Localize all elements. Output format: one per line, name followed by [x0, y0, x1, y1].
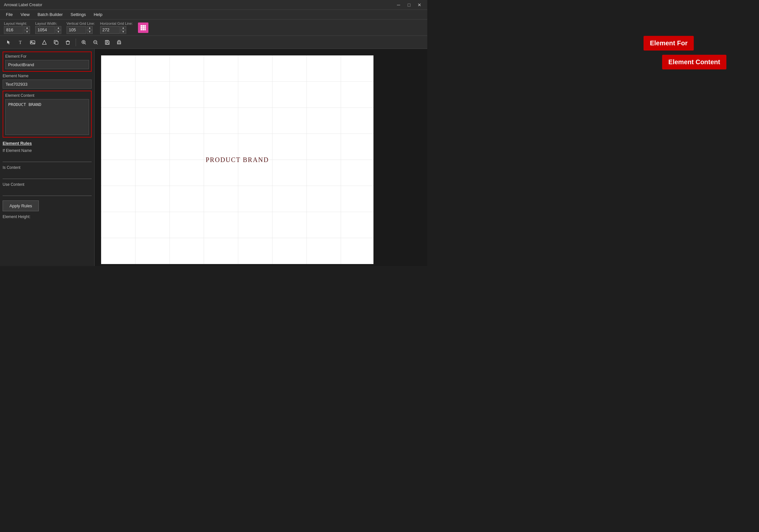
vertical-grid-spinners: ▲ ▼ — [87, 26, 93, 34]
menu-help[interactable]: Help — [90, 11, 106, 18]
layout-height-input-row: ▲ ▼ — [4, 26, 30, 34]
is-content-input[interactable] — [3, 171, 92, 179]
minimize-button[interactable]: ─ — [395, 1, 403, 9]
rules-title: Element Rules — [3, 141, 92, 146]
title-bar: Arrowat Label Creator ─ □ ✕ — [0, 0, 427, 10]
print-button[interactable] — [114, 37, 124, 48]
save-button[interactable] — [102, 37, 112, 48]
use-content-field: Use Content — [3, 182, 92, 196]
image-tool-button[interactable] — [27, 37, 38, 48]
use-content-label: Use Content — [3, 182, 92, 187]
layout-width-spinners: ▲ ▼ — [56, 26, 61, 34]
vertical-grid-down[interactable]: ▼ — [87, 30, 93, 34]
vertical-grid-group: Vertical Grid Line: ▲ ▼ — [66, 21, 95, 34]
layout-height-up[interactable]: ▲ — [24, 26, 30, 30]
canvas-content: PRODUCT BRAND — [101, 56, 374, 264]
svg-rect-8 — [144, 29, 146, 30]
toolbar-separator-1 — [76, 38, 76, 46]
left-panel: Element For Element Name Element Content… — [0, 49, 95, 266]
vertical-grid-input[interactable] — [66, 26, 86, 34]
grid-toggle-button[interactable] — [138, 22, 148, 33]
layout-width-down[interactable]: ▼ — [56, 30, 61, 34]
if-element-name-field: If Element Name — [3, 148, 92, 162]
zoom-in-button[interactable] — [79, 37, 89, 48]
svg-line-19 — [97, 43, 98, 44]
svg-rect-3 — [140, 27, 142, 29]
svg-rect-4 — [142, 27, 144, 29]
vertical-grid-up[interactable]: ▲ — [87, 26, 93, 30]
maximize-button[interactable]: □ — [405, 1, 413, 9]
svg-rect-0 — [140, 25, 142, 27]
svg-rect-12 — [55, 41, 58, 44]
layout-height-spinners: ▲ ▼ — [24, 26, 30, 34]
svg-rect-6 — [140, 29, 142, 30]
if-element-name-input[interactable] — [3, 154, 92, 162]
text-tool-button[interactable]: T — [16, 37, 26, 48]
duplicate-tool-button[interactable] — [51, 37, 61, 48]
menu-settings[interactable]: Settings — [67, 11, 89, 18]
zoom-out-button[interactable] — [90, 37, 101, 48]
element-height-label: Element Height: — [3, 214, 92, 219]
is-content-label: Is Content — [3, 165, 92, 170]
svg-rect-21 — [106, 43, 108, 44]
layout-width-group: Layout Width: ▲ ▼ — [35, 21, 61, 34]
element-for-label: Element For — [5, 54, 89, 59]
svg-line-15 — [85, 43, 86, 44]
close-button[interactable]: ✕ — [416, 1, 423, 9]
rules-section: Element Rules If Element Name Is Content… — [3, 141, 92, 211]
layout-height-down[interactable]: ▼ — [24, 30, 30, 34]
horizontal-grid-input[interactable] — [100, 26, 120, 34]
horizontal-grid-down[interactable]: ▼ — [120, 30, 126, 34]
element-content-textarea[interactable]: PRODUCT BRAND — [5, 99, 89, 135]
window-controls: ─ □ ✕ — [395, 1, 423, 9]
delete-tool-button[interactable] — [62, 37, 73, 48]
layout-width-input[interactable] — [35, 26, 55, 34]
app-title: Arrowat Label Creator — [4, 3, 42, 7]
layout-height-input[interactable] — [4, 26, 23, 34]
product-brand-display: PRODUCT BRAND — [206, 156, 269, 164]
svg-rect-22 — [106, 40, 108, 42]
svg-rect-5 — [144, 27, 146, 29]
vertical-grid-label: Vertical Grid Line: — [66, 21, 95, 25]
layout-height-label: Layout Height: — [4, 21, 30, 25]
element-name-input[interactable] — [3, 80, 92, 89]
svg-rect-7 — [142, 29, 144, 30]
icon-toolbar: T — [0, 36, 427, 49]
is-content-field: Is Content — [3, 165, 92, 179]
horizontal-grid-label: Horizontal Grid Line: — [100, 21, 133, 25]
if-element-name-label: If Element Name — [3, 148, 92, 153]
element-content-label: Element Content — [5, 93, 89, 98]
toolbar-row: Layout Height: ▲ ▼ Layout Width: ▲ ▼ Ver… — [0, 19, 427, 36]
menu-batch-builder[interactable]: Batch Builder — [34, 11, 66, 18]
layout-width-input-row: ▲ ▼ — [35, 26, 61, 34]
menu-view[interactable]: View — [17, 11, 33, 18]
element-name-group: Element Name — [3, 74, 92, 89]
cursor-tool-button[interactable] — [4, 37, 14, 48]
main-area: Element For Element Name Element Content… — [0, 49, 427, 266]
horizontal-grid-spinners: ▲ ▼ — [120, 26, 126, 34]
element-for-input[interactable] — [5, 60, 89, 69]
element-content-group: Element Content PRODUCT BRAND — [3, 91, 92, 137]
layout-height-group: Layout Height: ▲ ▼ — [4, 21, 30, 34]
menu-bar: File View Batch Builder Settings Help — [0, 10, 427, 19]
vertical-grid-input-row: ▲ ▼ — [66, 26, 95, 34]
canvas[interactable]: PRODUCT BRAND — [101, 56, 374, 264]
svg-rect-2 — [144, 25, 146, 27]
svg-text:T: T — [19, 40, 22, 45]
horizontal-grid-input-row: ▲ ▼ — [100, 26, 133, 34]
use-content-input[interactable] — [3, 188, 92, 196]
horizontal-grid-up[interactable]: ▲ — [120, 26, 126, 30]
shape-tool-button[interactable] — [39, 37, 50, 48]
horizontal-grid-group: Horizontal Grid Line: ▲ ▼ — [100, 21, 133, 34]
menu-file[interactable]: File — [3, 11, 16, 18]
svg-rect-1 — [142, 25, 144, 27]
element-name-label: Element Name — [3, 74, 92, 78]
apply-rules-button[interactable]: Apply Rules — [3, 201, 39, 211]
canvas-area[interactable]: Element For Element Content — [95, 49, 427, 266]
layout-width-up[interactable]: ▲ — [56, 26, 61, 30]
layout-width-label: Layout Width: — [35, 21, 61, 25]
element-for-group: Element For — [3, 52, 92, 72]
